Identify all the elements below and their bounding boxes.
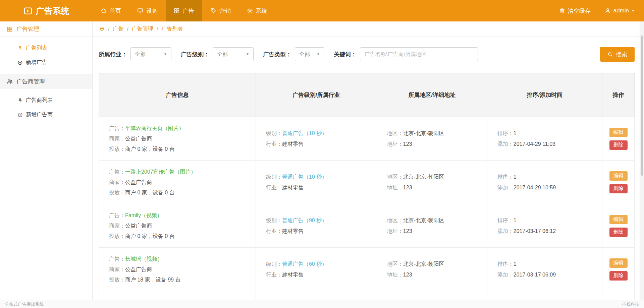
grid-icon [174,8,180,14]
search-button[interactable]: 搜索 [600,47,635,62]
industry-label: 行业： [266,185,282,190]
merchant-value: 公益广告商 [125,223,152,229]
brand[interactable]: 广告系统 [0,0,93,21]
industry-select[interactable]: 全部 ▼ [130,47,171,61]
vertical-scrollbar[interactable] [640,21,644,300]
keyword-input[interactable] [360,47,478,61]
merchant-value: 公益广告商 [125,266,152,272]
edit-button[interactable]: 编辑 [609,215,628,224]
delete-button[interactable]: 删除 [609,184,628,193]
added-value: 2017-04-29 10:59 [514,185,556,190]
nav-item-home[interactable]: 首页 [93,0,129,21]
ad-name-link[interactable]: 一路上2007宣传广告（图片） [125,169,196,175]
ad-label: 广告： [109,125,125,131]
deploy-label: 投放： [109,146,125,152]
actions-cell: 编辑 删除 [602,204,635,248]
sidebar-section-title: 广告商管理 [16,78,45,85]
ad-info-cell: 广告：长城谣（视频） 商家：公益广告商 投放：商户 18 家，设备 99 台 [99,248,256,291]
edit-button[interactable]: 编辑 [609,128,628,137]
sidebar-item-ad-list[interactable]: 广告列表 [0,41,92,55]
delete-button[interactable]: 删除 [609,271,628,281]
ad-table-head: 广告信息 广告级别/所属行业 所属地区/详细地址 排序/添加时间 操作 [99,73,635,117]
level-industry-cell: 级别：普通广告（10 秒） 行业：建材零售 [256,161,377,204]
industry-label: 行业： [266,272,282,278]
navbar-right: 清空缓存 admin ▼ [559,0,644,21]
region-address-cell: 地区：北京-北京-朝阳区 地址：123 [377,117,487,161]
region-label: 地区： [387,261,403,267]
sidebar-section-advertiser-management[interactable]: 广告商管理 [0,74,92,89]
plus-circle-icon [17,112,23,118]
address-label: 地址： [387,185,403,190]
nav-item-devices[interactable]: 设备 [129,0,166,21]
clear-cache-button[interactable]: 清空缓存 [559,7,591,15]
level-industry-cell: 级别：普通广告（60 秒） 行业：建材零售 [256,248,377,291]
ad-name-link[interactable]: 长城谣（视频） [125,256,163,262]
ad-name-link[interactable]: 平潭农商行主页（图片） [125,125,184,131]
main-nav: 首页 设备 广告 营销 系统 [93,0,275,21]
ad-level-link[interactable]: 普通广告（10 秒） [282,130,327,136]
deploy-label: 投放： [109,190,125,195]
deploy-label: 投放： [109,277,125,283]
footer-left-text: 分布式广告播放系统 [5,301,44,307]
breadcrumb: / 广告 / 广告管理 / 广告列表 [93,21,644,37]
actions-cell: 编辑 删除 [602,117,635,161]
level-label: 级别： [266,174,282,180]
ad-label: 广告： [109,256,125,262]
address-value: 123 [403,141,412,147]
user-menu[interactable]: admin ▼ [605,7,635,14]
search-button-label: 搜索 [616,51,627,58]
region-value: 北京-北京-朝阳区 [403,174,444,180]
type-select-value: 全部 [299,51,310,58]
sidebar-section-ad-management[interactable]: 广告管理 [0,21,92,37]
nav-item-ads[interactable]: 广告 [166,0,202,21]
added-label: 添加： [497,141,514,147]
keyword-filter-label: 关键词： [334,51,357,58]
ad-level-link[interactable]: 普通广告（60 秒） [282,261,327,267]
delete-button[interactable]: 删除 [609,228,628,237]
nav-item-label: 系统 [256,7,267,15]
ad-table-body: 广告：平潭农商行主页（图片） 商家：公益广告商 投放：商户 0 家，设备 0 台… [99,117,635,308]
breadcrumb-link-ad-list[interactable]: 广告列表 [161,25,183,33]
sidebar-item-advertiser-list[interactable]: 广告商列表 [0,93,92,108]
ad-info-cell: 广告：一路上2007宣传广告（图片） 商家：公益广告商 投放：商户 0 家，设备… [99,161,256,204]
added-value: 2017-04-29 11:03 [514,141,555,147]
breadcrumb-link-ads[interactable]: 广告 [113,25,123,33]
scrollbar-thumb[interactable] [641,36,643,176]
sort-label: 排序： [497,174,514,180]
nav-item-label: 营销 [219,7,231,15]
breadcrumb-link-ad-management[interactable]: 广告管理 [132,25,153,33]
region-address-cell: 地区：北京-北京-朝阳区 地址：123 [377,161,487,204]
monitor-icon [137,8,143,14]
sort-time-cell: 排序：1 添加：2017-03-17 06:09 [487,248,602,291]
map-marker-icon [99,26,105,32]
level-industry-cell: 级别：普通广告（10 秒） 行业：建材零售 [256,117,377,161]
sort-time-cell: 排序：1 添加：2017-04-29 11:03 [487,117,602,161]
sidebar-item-add-ad[interactable]: 新增广告 [0,55,92,70]
added-label: 添加： [497,272,514,278]
ad-name-link[interactable]: Family（视频） [125,212,162,218]
edit-button[interactable]: 编辑 [609,258,628,268]
edit-button[interactable]: 编辑 [609,171,628,181]
ad-info-cell: 广告：Family（视频） 商家：公益广告商 投放：商户 0 家，设备 0 台 [99,204,256,248]
type-select[interactable]: 全部 ▼ [295,47,324,61]
industry-label: 行业： [266,228,282,234]
industry-select-value: 全部 [135,51,146,58]
gear-icon [247,8,253,14]
ad-level-link[interactable]: 普通广告（90 秒） [282,218,327,223]
added-label: 添加： [497,185,514,190]
merchant-value: 公益广告商 [125,136,152,141]
ad-level-link[interactable]: 普通广告（10 秒） [282,174,327,180]
column-header-ad-info: 广告信息 [99,73,256,117]
region-address-cell: 地区：北京-北京-朝阳区 地址：123 [377,204,487,248]
merchant-label: 商家： [109,266,125,272]
table-row: 广告：长城谣（视频） 商家：公益广告商 投放：商户 18 家，设备 99 台 级… [99,248,635,291]
sidebar-item-add-advertiser[interactable]: 新增广告商 [0,108,92,122]
deploy-value: 商户 0 家，设备 0 台 [125,233,175,239]
nav-item-label: 设备 [146,7,158,15]
delete-button[interactable]: 删除 [609,140,628,150]
address-label: 地址： [387,272,403,278]
nav-item-marketing[interactable]: 营销 [202,0,239,21]
nav-item-system[interactable]: 系统 [239,0,275,21]
level-select[interactable]: 全部 ▼ [213,47,254,61]
region-label: 地区： [387,174,403,180]
